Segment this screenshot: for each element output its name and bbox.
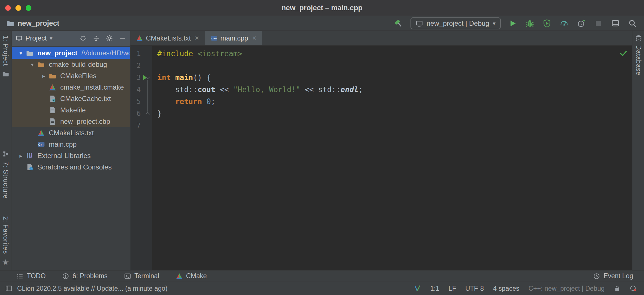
code-content[interactable]: #include <iostream> int main() { std::co… bbox=[152, 46, 632, 270]
project-tool-window: Project ▾ ▾ new_project /Volumes/HD/work… bbox=[12, 31, 130, 270]
code-line-7[interactable] bbox=[157, 120, 632, 132]
locate-target-icon[interactable] bbox=[79, 35, 87, 42]
tree-row-cmake-build-debug[interactable]: ▾ cmake-build-debug bbox=[12, 59, 130, 70]
close-tab-icon[interactable]: × bbox=[195, 34, 199, 42]
tab-label[interactable]: CMakeLists.txt bbox=[146, 34, 191, 42]
star-icon[interactable]: ★ bbox=[2, 258, 9, 266]
cpp-file-icon bbox=[37, 141, 45, 148]
hammer-icon bbox=[394, 19, 403, 28]
profile-history-button[interactable] bbox=[576, 18, 586, 29]
event-log-button[interactable]: Event Log bbox=[593, 272, 633, 280]
hide-panel-icon[interactable] bbox=[119, 35, 126, 42]
tool-button-database[interactable]: Database bbox=[633, 35, 644, 75]
tree-label: CMakeFiles bbox=[60, 72, 96, 80]
cmake-label[interactable]: CMake bbox=[186, 272, 207, 280]
structure-icon[interactable] bbox=[3, 151, 9, 157]
code-line-4[interactable]: std::cout << "Hello, World!" << std::end… bbox=[157, 84, 632, 96]
tool-button-problems[interactable]: 6: Problems bbox=[62, 272, 108, 280]
settings-gear-icon[interactable] bbox=[106, 35, 113, 42]
run-button[interactable] bbox=[508, 18, 518, 29]
tab-cmakelists[interactable]: CMakeLists.txt × bbox=[130, 31, 205, 45]
structure-stripe-label[interactable]: 7: Structure bbox=[2, 161, 9, 199]
todo-label[interactable]: TODO bbox=[27, 272, 46, 280]
zoom-window-button[interactable] bbox=[26, 5, 31, 11]
chevron-collapsed-icon[interactable]: ▸ bbox=[16, 153, 25, 159]
code-line-6[interactable]: } bbox=[157, 108, 632, 120]
inspections-ok-check-icon[interactable] bbox=[619, 49, 628, 58]
database-icon[interactable] bbox=[635, 35, 642, 42]
project-stripe-label[interactable]: 1: Project bbox=[2, 35, 9, 66]
file-encoding[interactable]: UTF-8 bbox=[465, 285, 484, 292]
chevron-expanded-icon[interactable]: ▾ bbox=[28, 61, 37, 68]
chevron-expanded-icon[interactable]: ▾ bbox=[16, 50, 25, 56]
chevron-down-icon[interactable]: ▾ bbox=[50, 35, 53, 42]
indent-setting[interactable]: 4 spaces bbox=[493, 285, 519, 292]
stop-button[interactable] bbox=[593, 18, 603, 29]
profiler-button[interactable] bbox=[559, 18, 569, 29]
code-line-2[interactable] bbox=[157, 60, 632, 72]
tool-button-terminal[interactable]: Terminal bbox=[124, 272, 159, 280]
tree-row-cmakefiles[interactable]: ▸ CMakeFiles bbox=[12, 70, 130, 82]
tree-row-new-project[interactable]: ▾ new_project /Volumes/HD/workspace/new bbox=[12, 47, 130, 59]
search-everywhere-button[interactable] bbox=[627, 18, 638, 29]
breadcrumb[interactable]: new_project bbox=[18, 19, 59, 27]
fold-end-icon[interactable] bbox=[146, 112, 150, 116]
chevron-collapsed-icon[interactable]: ▸ bbox=[39, 73, 48, 79]
tree-row-makefile[interactable]: Makefile bbox=[12, 104, 130, 116]
close-tab-icon[interactable]: × bbox=[252, 34, 256, 42]
status-right: 1:1 LF UTF-8 4 spaces C++: new_project |… bbox=[414, 285, 637, 292]
code-editor[interactable]: 1 2 3 4 5 6 7 bbox=[130, 46, 632, 270]
bottom-tool-bar: TODO 6: Problems Terminal CMake Event Lo… bbox=[0, 270, 644, 282]
code-line-3[interactable]: int main() { bbox=[157, 72, 632, 84]
build-button[interactable] bbox=[393, 18, 404, 29]
tool-button-favorites[interactable]: 2: Favorites ★ bbox=[0, 216, 11, 266]
app-window-icon bbox=[416, 20, 423, 27]
todo-list-icon bbox=[17, 273, 23, 280]
tree-row-new-project-cbp[interactable]: new_project.cbp bbox=[12, 116, 130, 127]
tool-button-cmake[interactable]: CMake bbox=[176, 272, 207, 280]
status-check-icon[interactable] bbox=[414, 285, 421, 292]
tree-row-scratches[interactable]: Scratches and Consoles bbox=[12, 161, 130, 173]
tree-row-main-cpp[interactable]: main.cpp bbox=[12, 139, 130, 150]
problems-label[interactable]: 6: Problems bbox=[73, 272, 108, 280]
panel-title[interactable]: Project bbox=[25, 34, 47, 42]
folder-icon bbox=[37, 61, 45, 68]
tree-row-cmakecache[interactable]: CMakeCache.txt bbox=[12, 93, 130, 104]
event-log-label[interactable]: Event Log bbox=[603, 272, 633, 280]
notification-icon[interactable] bbox=[630, 285, 637, 292]
code-line-5[interactable]: return 0; bbox=[157, 96, 632, 108]
tree-row-external-libraries[interactable]: ▸ External Libraries bbox=[12, 150, 130, 161]
window-title: new_project – main.cpp bbox=[0, 4, 644, 12]
minimize-window-button[interactable] bbox=[15, 5, 21, 11]
line-separator[interactable]: LF bbox=[448, 285, 456, 292]
tab-main-cpp[interactable]: main.cpp × bbox=[205, 31, 262, 45]
resolve-context[interactable]: C++: new_project | Debug bbox=[528, 285, 605, 292]
run-with-coverage-button[interactable] bbox=[542, 18, 552, 29]
tool-window-layout-button[interactable] bbox=[610, 18, 621, 29]
navigation-bar[interactable]: new_project bbox=[6, 19, 59, 27]
titlebar: new_project – main.cpp bbox=[0, 0, 644, 16]
lock-icon[interactable] bbox=[614, 285, 621, 292]
tree-label: Makefile bbox=[60, 106, 86, 114]
tool-button-structure[interactable]: 7: Structure bbox=[0, 151, 11, 199]
terminal-label[interactable]: Terminal bbox=[134, 272, 159, 280]
collapse-all-icon[interactable] bbox=[92, 35, 100, 42]
tool-button-project[interactable]: 1: Project bbox=[0, 35, 11, 77]
run-config-select[interactable]: new_project | Debug ▾ bbox=[410, 17, 501, 29]
database-stripe-label[interactable]: Database bbox=[635, 45, 642, 75]
project-folder-icon[interactable] bbox=[2, 70, 9, 77]
close-window-button[interactable] bbox=[5, 5, 11, 11]
line-number: 2 bbox=[130, 62, 141, 70]
caret-position[interactable]: 1:1 bbox=[430, 285, 439, 292]
debug-button[interactable] bbox=[525, 18, 535, 29]
tool-window-toggle-icon[interactable] bbox=[5, 285, 13, 292]
editor-gutter: 1 2 3 4 5 6 7 bbox=[130, 46, 152, 270]
favorites-stripe-label[interactable]: 2: Favorites bbox=[2, 216, 9, 254]
code-line-1[interactable]: #include <iostream> bbox=[157, 48, 632, 60]
project-panel-header: Project ▾ bbox=[12, 31, 130, 46]
status-message[interactable]: CLion 2020.2.5 available // Update... (a… bbox=[17, 285, 168, 292]
tree-row-cmakelists[interactable]: CMakeLists.txt bbox=[12, 127, 130, 139]
tool-button-todo[interactable]: TODO bbox=[17, 272, 46, 280]
tree-row-cmake-install[interactable]: cmake_install.cmake bbox=[12, 82, 130, 93]
tab-label[interactable]: main.cpp bbox=[220, 34, 248, 42]
